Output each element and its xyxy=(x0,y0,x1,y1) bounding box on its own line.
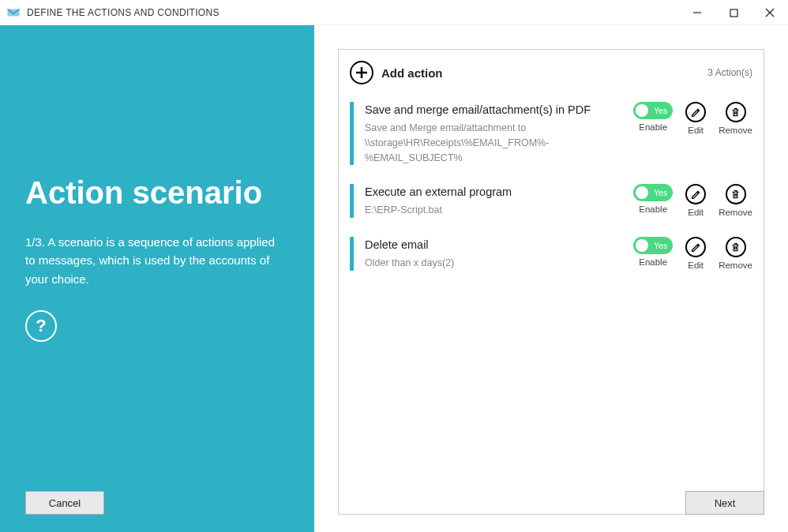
action-text: Delete email Older than x days(2) xyxy=(365,237,633,271)
next-label: Next xyxy=(715,497,736,509)
enable-toggle[interactable]: Yes xyxy=(633,184,673,201)
action-text: Execute an external program E:\ERP-Scrip… xyxy=(365,184,633,218)
maximize-button[interactable] xyxy=(715,0,752,25)
toggle-knob xyxy=(636,186,648,199)
toggle-yes-label: Yes xyxy=(654,188,667,197)
trash-icon xyxy=(730,242,741,253)
action-row: Delete email Older than x days(2) Yes En… xyxy=(350,230,752,283)
toggle-knob xyxy=(636,239,648,252)
sidebar: Action scenario 1/3. A scenario is a seq… xyxy=(0,25,314,532)
edit-label: Edit xyxy=(688,260,704,270)
toggle-yes-label: Yes xyxy=(654,106,667,115)
edit-button[interactable] xyxy=(685,102,706,122)
action-title: Delete email xyxy=(365,238,633,251)
actions-header: Add action 3 Action(s) xyxy=(350,61,752,84)
app-icon xyxy=(6,6,21,20)
action-controls: Yes Enable Edit Remove xyxy=(633,184,752,217)
remove-button[interactable] xyxy=(726,102,746,122)
plus-icon xyxy=(355,66,368,79)
pencil-icon xyxy=(691,189,701,200)
action-title: Save and merge email/attachment(s) in PD… xyxy=(365,103,633,116)
close-button[interactable] xyxy=(752,0,788,25)
enable-label: Enable xyxy=(639,122,667,132)
enable-toggle[interactable]: Yes xyxy=(633,237,673,254)
action-subtitle: Older than x days(2) xyxy=(365,256,633,271)
window-title: DEFINE THE ACTIONS AND CONDITIONS xyxy=(27,7,220,18)
enable-toggle[interactable]: Yes xyxy=(633,102,673,119)
enable-label: Enable xyxy=(639,204,667,214)
edit-button[interactable] xyxy=(685,184,706,204)
svg-rect-2 xyxy=(730,9,737,17)
enable-label: Enable xyxy=(639,257,667,267)
actions-count: 3 Action(s) xyxy=(707,67,752,78)
action-controls: Yes Enable Edit Remove xyxy=(633,102,752,135)
cancel-label: Cancel xyxy=(49,497,81,509)
pencil-icon xyxy=(691,242,701,253)
trash-icon xyxy=(730,189,741,200)
help-icon: ? xyxy=(36,316,46,336)
action-text: Save and merge email/attachment(s) in PD… xyxy=(365,102,633,165)
action-accent-bar xyxy=(350,102,354,165)
remove-label: Remove xyxy=(719,126,752,135)
pencil-icon xyxy=(691,107,701,118)
page-description: 1/3. A scenario is a sequence of actions… xyxy=(25,233,278,288)
trash-icon xyxy=(730,107,741,118)
help-button[interactable]: ? xyxy=(25,310,57,342)
page-title: Action scenario xyxy=(25,175,289,211)
action-subtitle: Save and Merge email/attachment to \\sto… xyxy=(365,121,633,165)
action-controls: Yes Enable Edit Remove xyxy=(633,237,752,270)
action-accent-bar xyxy=(350,184,354,218)
actions-list: Add action 3 Action(s) Save and merge em… xyxy=(338,49,764,515)
action-row: Save and merge email/attachment(s) in PD… xyxy=(350,96,752,178)
action-row: Execute an external program E:\ERP-Scrip… xyxy=(350,178,752,230)
add-action-button[interactable] xyxy=(350,61,373,84)
minimize-button[interactable] xyxy=(679,0,715,25)
edit-label: Edit xyxy=(688,126,704,135)
action-title: Execute an external program xyxy=(365,185,633,198)
edit-button[interactable] xyxy=(685,237,706,257)
remove-label: Remove xyxy=(719,260,752,270)
toggle-yes-label: Yes xyxy=(654,241,667,250)
main-content: Add action 3 Action(s) Save and merge em… xyxy=(314,25,788,532)
next-button[interactable]: Next xyxy=(685,491,764,515)
remove-label: Remove xyxy=(719,208,752,217)
action-subtitle: E:\ERP-Script.bat xyxy=(365,203,633,218)
remove-button[interactable] xyxy=(726,237,746,257)
add-action-label: Add action xyxy=(381,66,443,80)
action-accent-bar xyxy=(350,237,354,271)
edit-label: Edit xyxy=(688,208,704,217)
cancel-button[interactable]: Cancel xyxy=(25,491,104,515)
titlebar: DEFINE THE ACTIONS AND CONDITIONS xyxy=(0,0,788,25)
window-controls xyxy=(679,0,788,24)
toggle-knob xyxy=(636,104,648,117)
remove-button[interactable] xyxy=(726,184,746,204)
